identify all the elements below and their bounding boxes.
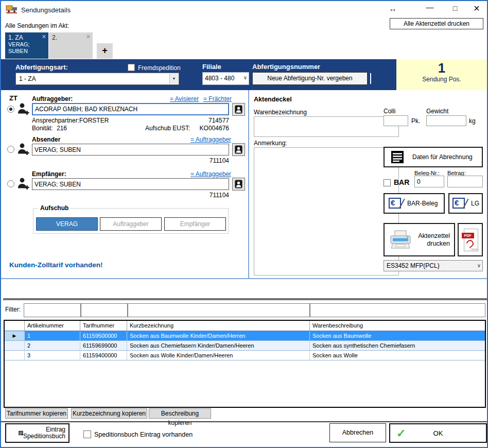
- dropdown-arrow-icon[interactable]: ▼: [169, 74, 178, 84]
- aufschub-empfaenger-button[interactable]: Empfänger: [164, 217, 226, 231]
- maximize-button[interactable]: □: [449, 4, 461, 12]
- table-row[interactable]: 2 61159699000 Socken aus Chemiefasern Ki…: [5, 341, 485, 351]
- absender-auftraggeber-link[interactable]: = Auftraggeber: [190, 136, 231, 143]
- fraechter-link[interactable]: = Frächter: [203, 95, 232, 102]
- articles-table: Artikelnummer Tarifnummer Kurzbezeichnun…: [4, 320, 486, 408]
- eintrag-speditionsbuch-button[interactable]: EintragSpeditionsbuch: [5, 423, 69, 443]
- aufschub-verag-button[interactable]: VERAG: [36, 217, 98, 231]
- tab-number: 1.: [8, 34, 13, 41]
- bar-beleg-button[interactable]: € BAR-Beleg: [384, 193, 445, 214]
- table-row[interactable]: 3 61159400000 Socken aus Wolle Kinder/Da…: [5, 351, 485, 360]
- aktenzettel-drucken-button[interactable]: Aktenzetteldrucken: [384, 223, 455, 256]
- pdf-icon: PDF Adobe: [462, 229, 479, 251]
- column-header-tarifnummer[interactable]: Tarifnummer: [80, 321, 127, 331]
- colli-input[interactable]: [384, 115, 408, 126]
- chevron-down-icon[interactable]: ∨: [477, 263, 481, 268]
- betrag-input[interactable]: [447, 176, 483, 187]
- separator: [370, 73, 371, 84]
- list-icon: [19, 426, 23, 440]
- copy-beschreibung-button[interactable]: Beschreibung kopieren: [149, 408, 211, 419]
- abfertigungsart-select[interactable]: 1 - ZA ▼: [15, 73, 179, 85]
- warenbezeichnung-textarea[interactable]: [254, 116, 399, 137]
- absender-contact-button[interactable]: [232, 143, 245, 156]
- auftraggeber-input[interactable]: [32, 103, 229, 115]
- absender-input[interactable]: [32, 144, 229, 156]
- colli-label: Colli: [384, 108, 395, 115]
- column-header-kurzbezeichnung[interactable]: Kurzbezeichnung: [127, 321, 310, 331]
- bar-checkbox[interactable]: [384, 179, 391, 186]
- minimize-button[interactable]: —: [424, 3, 435, 11]
- add-contact-icon[interactable]: [17, 142, 30, 156]
- panel-divider: [248, 90, 249, 278]
- aufschub-eust-label: Aufschub EUST:: [145, 125, 190, 132]
- copy-tarifnummer-button[interactable]: Tarifnummer kopieren: [5, 408, 68, 419]
- auftraggeber-contact-button[interactable]: [232, 103, 245, 116]
- aufschub-auftraggeber-button[interactable]: Auftraggeber: [100, 217, 162, 231]
- gewicht-input[interactable]: [426, 115, 466, 126]
- tab-line1: VERAG;: [5, 41, 48, 48]
- tab-shipment-2[interactable]: 2. ✕: [49, 32, 93, 59]
- filter-input-warenbeschreibung[interactable]: [310, 303, 485, 317]
- empfaenger-radio[interactable]: [7, 180, 14, 187]
- absender-radio[interactable]: [7, 146, 14, 153]
- cancel-button[interactable]: Abbrechen: [329, 423, 386, 442]
- aktenzettel-label-line2: drucken: [427, 240, 450, 247]
- filter-input-tarifnummer[interactable]: [81, 303, 128, 317]
- add-contact-icon[interactable]: [17, 177, 30, 191]
- close-button[interactable]: ✕: [471, 4, 482, 13]
- pdf-export-button[interactable]: PDF Adobe: [458, 223, 483, 256]
- abfertigungsart-label: Abfertigungsart:: [15, 63, 68, 71]
- copy-kurzbezeichnung-button[interactable]: Kurzbezeichnung kopieren: [71, 408, 147, 419]
- resize-icon[interactable]: ↔: [387, 4, 398, 13]
- tab-type: ZA: [15, 34, 23, 41]
- filiale-select[interactable]: 4803 - 480 ∨: [202, 72, 249, 85]
- ok-button[interactable]: ✓ OK: [389, 423, 487, 443]
- filiale-value: 4803 - 480: [203, 73, 240, 84]
- column-header-artikelnummer[interactable]: Artikelnummer: [25, 321, 80, 331]
- speditionsbuch-checkbox[interactable]: [83, 430, 91, 438]
- add-shipment-tab-button[interactable]: +: [97, 43, 113, 59]
- aufschub-label: Aufschub: [38, 204, 71, 212]
- tab-shipment-1[interactable]: 1. ZA ✕ VERAG; SUBEN: [5, 32, 48, 59]
- aktenzettel-label-line1: Aktenzettel: [418, 232, 450, 239]
- tab-close-icon[interactable]: ✕: [86, 34, 91, 40]
- bar-label: BAR: [394, 178, 409, 186]
- person-icon: [234, 145, 243, 154]
- empfaenger-number: 711104: [203, 192, 229, 199]
- empfaenger-contact-button[interactable]: [232, 178, 245, 191]
- daten-abrechnung-button[interactable]: Daten für Abrechnung: [384, 147, 483, 167]
- gewicht-unit-label: kg: [469, 117, 476, 125]
- anmerkung-textarea[interactable]: [254, 147, 399, 275]
- lg-button[interactable]: € LG: [448, 193, 483, 214]
- row-selector-header: [5, 321, 25, 331]
- fremdspedition-checkbox[interactable]: [128, 64, 135, 71]
- empfaenger-auftraggeber-link[interactable]: = Auftraggeber: [190, 170, 231, 178]
- window-title: Sendungsdetails: [21, 6, 71, 14]
- cell-kurzbezeichnung: Socken aus Baumwolle Kinder/Damen/Herren: [127, 331, 310, 340]
- chevron-down-icon[interactable]: ∨: [243, 75, 247, 80]
- absender-number: 711104: [203, 157, 229, 164]
- auftraggeber-radio[interactable]: [7, 106, 14, 113]
- app-icon: [6, 4, 18, 14]
- bonitaet-label: Bonität:: [32, 125, 53, 132]
- avisierer-link[interactable]: = Avisierer: [170, 95, 199, 102]
- add-contact-icon[interactable]: [17, 102, 30, 116]
- warenbezeichnung-label: Warenbezeichnung: [254, 109, 307, 116]
- filter-input-artikelnummer[interactable]: [24, 303, 81, 317]
- cell-kurzbezeichnung: Socken aus Chemiefasern Kinder/Damen/Hee…: [127, 341, 310, 350]
- beleg-nr-input[interactable]: [414, 176, 444, 187]
- empfaenger-input[interactable]: [32, 178, 229, 190]
- cell-tarifnummer: 61159400000: [80, 351, 127, 360]
- tab-close-icon[interactable]: ✕: [42, 34, 46, 40]
- column-header-warenbeschreibung[interactable]: Warenbeschreibung: [310, 321, 485, 331]
- printer-select[interactable]: ES3452 MFP(PCL) ∨: [384, 260, 483, 271]
- list-icon: [391, 150, 404, 164]
- cell-artikelnummer: 2: [25, 341, 80, 350]
- sendung-pos-box: 1 Sendung Pos.: [396, 59, 487, 90]
- eintrag-label-line2: Speditionsbuch: [23, 433, 65, 440]
- filter-input-kurzbezeichnung[interactable]: [128, 303, 310, 317]
- print-all-aktenzettel-button[interactable]: Alle Aktenzettel drucken: [390, 18, 483, 29]
- table-row[interactable]: ▶ 1 61159500000 Socken aus Baumwolle Kin…: [5, 331, 485, 341]
- neue-abfertigungsnr-button[interactable]: Neue Abfertigung-Nr. vergeben: [252, 72, 368, 85]
- ok-label: OK: [390, 429, 486, 437]
